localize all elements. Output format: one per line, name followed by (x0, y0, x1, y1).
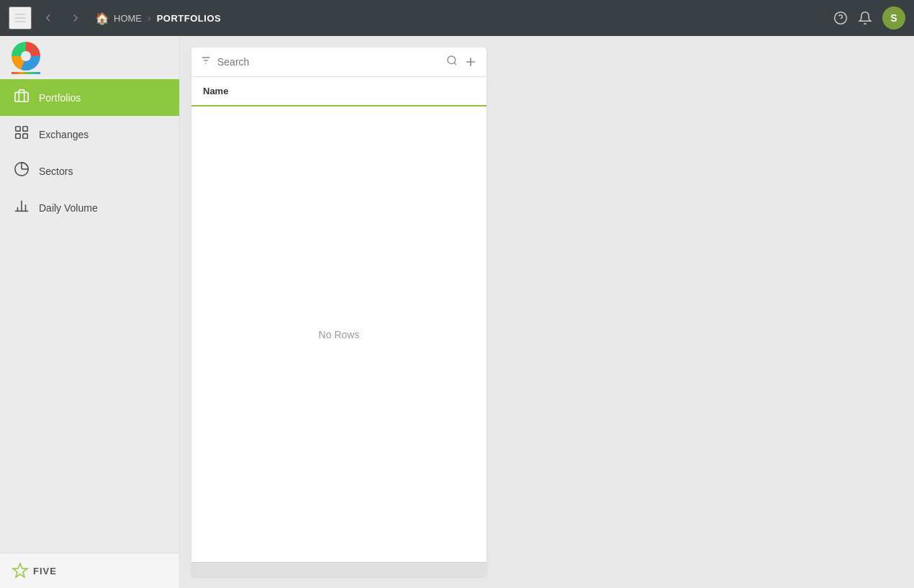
back-button[interactable] (37, 9, 59, 27)
search-icon[interactable] (446, 55, 458, 69)
sidebar-item-daily-volume[interactable]: Daily Volume (0, 189, 179, 226)
svg-rect-8 (16, 134, 20, 138)
home-icon: 🏠 (95, 12, 109, 25)
daily-volume-icon (13, 198, 30, 217)
table-body: No Rows (191, 107, 487, 562)
avatar[interactable]: S (882, 6, 905, 30)
svg-point-3 (835, 12, 847, 24)
sidebar-item-exchanges-label: Exchanges (39, 129, 89, 140)
main-layout: Portfolios Exchanges (0, 36, 914, 588)
menu-button[interactable] (9, 6, 32, 30)
table-header: Name (191, 77, 487, 107)
svg-rect-5 (15, 92, 28, 101)
empty-message: No Rows (319, 329, 360, 340)
help-button[interactable] (833, 11, 848, 25)
page-title: PORTFOLIOS (157, 13, 222, 24)
logo-icon (12, 42, 40, 71)
column-header-name: Name (191, 77, 487, 105)
sidebar-item-portfolios[interactable]: Portfolios (0, 79, 179, 116)
add-button[interactable] (463, 55, 478, 69)
sidebar-item-sectors-label: Sectors (39, 166, 73, 177)
sidebar-item-sectors[interactable]: Sectors (0, 153, 179, 189)
panel-scrollbar[interactable] (191, 562, 487, 576)
home-link[interactable]: 🏠 HOME (95, 12, 142, 25)
logo-underline (12, 72, 40, 74)
svg-point-21 (448, 56, 456, 64)
five-logo-text: FIVE (33, 566, 57, 576)
breadcrumb-chevron: › (148, 12, 151, 24)
svg-rect-9 (23, 134, 27, 138)
five-logo-icon (12, 562, 29, 579)
five-logo: FIVE (12, 562, 57, 579)
sidebar-item-exchanges[interactable]: Exchanges (0, 116, 179, 153)
svg-line-22 (454, 63, 456, 65)
topbar-actions: S (833, 6, 905, 30)
notifications-button[interactable] (858, 11, 872, 25)
filter-icon[interactable] (200, 55, 212, 69)
sidebar-logo (0, 36, 179, 79)
sidebar-item-portfolios-label: Portfolios (39, 92, 81, 104)
svg-marker-17 (13, 564, 27, 577)
sidebar-nav: Portfolios Exchanges (0, 79, 179, 553)
search-bar (191, 48, 487, 77)
exchanges-icon (13, 125, 30, 144)
home-label: HOME (114, 13, 142, 24)
portfolios-panel: Name No Rows (191, 48, 487, 576)
sidebar: Portfolios Exchanges (0, 36, 180, 588)
svg-rect-6 (16, 127, 20, 131)
sidebar-footer: FIVE (0, 553, 179, 588)
content-area: Name No Rows (180, 36, 914, 588)
portfolios-icon (13, 88, 30, 107)
search-input[interactable] (217, 56, 440, 68)
topbar: 🏠 HOME › PORTFOLIOS S (0, 0, 914, 36)
forward-button[interactable] (65, 9, 86, 27)
sectors-icon (13, 161, 30, 181)
svg-rect-7 (23, 127, 27, 131)
sidebar-item-daily-volume-label: Daily Volume (39, 202, 98, 214)
